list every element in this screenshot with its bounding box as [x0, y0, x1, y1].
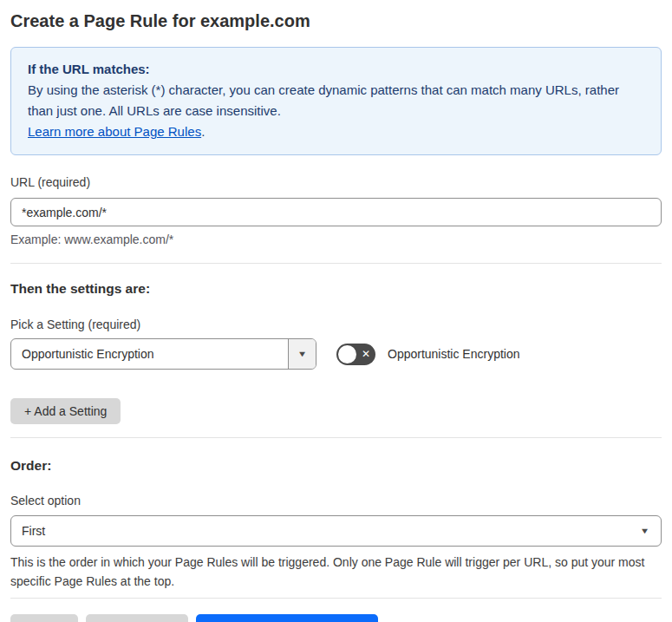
footer-buttons: Cancel Save as Draft Save and Deploy Pag…	[10, 614, 662, 622]
opportunistic-encryption-toggle[interactable]: ✕	[336, 344, 375, 365]
setting-dropdown-value: Opportunistic Encryption	[11, 339, 288, 369]
url-match-info-box: If the URL matches: By using the asteris…	[10, 47, 662, 155]
settings-section-heading: Then the settings are:	[10, 281, 662, 297]
order-section-heading: Order:	[10, 458, 662, 474]
setting-dropdown-arrow-button[interactable]: ▼	[288, 339, 316, 369]
setting-row: Opportunistic Encryption ▼ ✕ Opportunist…	[10, 338, 662, 370]
toggle-label: Opportunistic Encryption	[388, 347, 520, 361]
footer-divider	[10, 598, 662, 599]
link-suffix: .	[201, 124, 205, 139]
toggle-knob	[338, 345, 356, 363]
info-box-body: By using the asterisk (*) character, you…	[28, 80, 644, 121]
save-deploy-button[interactable]: Save and Deploy Page Rule	[196, 614, 378, 622]
add-setting-button[interactable]: + Add a Setting	[10, 398, 121, 424]
order-select[interactable]: First ▼	[10, 515, 662, 547]
setting-dropdown[interactable]: Opportunistic Encryption ▼	[10, 338, 316, 370]
pick-setting-label: Pick a Setting (required)	[10, 318, 662, 332]
opportunistic-encryption-toggle-group: ✕ Opportunistic Encryption	[336, 344, 520, 365]
page-title: Create a Page Rule for example.com	[10, 10, 662, 31]
toggle-off-x-icon: ✕	[356, 344, 375, 365]
section-divider	[10, 263, 662, 264]
save-draft-button[interactable]: Save as Draft	[86, 614, 189, 622]
learn-more-link[interactable]: Learn more about Page Rules	[28, 124, 201, 139]
create-page-rule-panel: Create a Page Rule for example.com If th…	[0, 10, 672, 622]
url-example-text: Example: www.example.com/*	[10, 232, 662, 246]
url-field-label: URL (required)	[10, 175, 662, 190]
info-box-heading: If the URL matches:	[28, 59, 644, 80]
order-select-label: Select option	[10, 494, 662, 508]
chevron-down-icon: ▼	[297, 350, 308, 358]
cancel-button[interactable]: Cancel	[10, 614, 78, 622]
url-input[interactable]	[10, 198, 662, 226]
order-help-text: This is the order in which your Page Rul…	[10, 553, 656, 591]
info-box-link-line: Learn more about Page Rules.	[28, 121, 644, 142]
chevron-down-icon: ▼	[640, 527, 650, 535]
section-divider	[10, 437, 662, 438]
order-select-value: First	[22, 524, 45, 538]
